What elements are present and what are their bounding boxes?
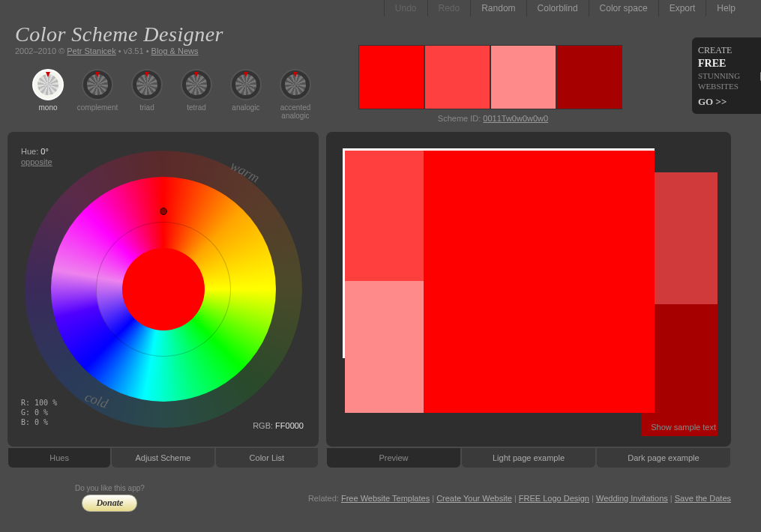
scheme-id: Scheme ID: 0011Tw0w0w0w0 — [358, 114, 628, 123]
menu-redo[interactable]: Redo — [427, 0, 471, 16]
donate-question: Do you like this app? — [75, 484, 145, 492]
scheme-swatches — [358, 45, 628, 109]
swatch-2[interactable] — [490, 45, 556, 109]
link-wedding[interactable]: Wedding Invitations — [596, 494, 668, 503]
related-links: Related: Free Website Templates | Create… — [308, 494, 731, 503]
preview-tile-a — [345, 151, 424, 281]
author-link[interactable]: Petr Stanicek — [67, 46, 115, 55]
tab-dark-example[interactable]: Dark page example — [597, 448, 730, 468]
cold-label: cold — [82, 389, 109, 411]
tab-adjust-scheme[interactable]: Adjust Scheme — [112, 448, 214, 468]
tab-hues[interactable]: Hues — [8, 448, 110, 468]
tab-color-list[interactable]: Color List — [216, 448, 318, 468]
link-create-website[interactable]: Create Your Website — [436, 494, 512, 503]
preview-light-block — [343, 148, 655, 358]
color-wheel-panel: Hue: 0° opposite warm cold R: 100 % G: 0… — [7, 132, 319, 447]
scheme-complement[interactable]: complement — [79, 69, 115, 120]
tab-light-example[interactable]: Light page example — [462, 448, 595, 468]
menu-colorspace[interactable]: Color space — [589, 0, 658, 16]
show-sample-text-link[interactable]: Show sample text — [651, 423, 716, 432]
scheme-mono[interactable]: mono — [30, 69, 66, 120]
left-tabs: Hues Adjust Scheme Color List — [7, 448, 319, 468]
menu-colorblind[interactable]: Colorblind — [526, 0, 589, 16]
scheme-analogic[interactable]: analogic — [228, 69, 264, 120]
right-tabs: Preview Light page example Dark page exa… — [326, 448, 731, 468]
swatch-3[interactable] — [556, 45, 622, 109]
link-save-dates[interactable]: Save the Dates — [675, 494, 731, 503]
menu-random[interactable]: Random — [470, 0, 526, 16]
tab-preview[interactable]: Preview — [327, 448, 460, 468]
top-menu: Undo Redo Random Colorblind Color space … — [0, 0, 761, 16]
scheme-triad[interactable]: triad — [129, 69, 165, 120]
link-free-templates[interactable]: Free Website Templates — [341, 494, 430, 503]
menu-undo[interactable]: Undo — [384, 0, 427, 16]
swatch-1[interactable] — [424, 45, 490, 109]
scheme-id-link[interactable]: 0011Tw0w0w0w0 — [483, 114, 548, 123]
wheel-hue-marker[interactable] — [160, 208, 167, 215]
link-logo-design[interactable]: FREE Logo Design — [519, 494, 589, 503]
donate-button[interactable]: Donate — [82, 495, 137, 512]
preview-tile-b — [424, 151, 655, 413]
swatch-0[interactable] — [358, 45, 424, 109]
preview-tile-c — [345, 281, 424, 413]
blog-link[interactable]: Blog & News — [151, 46, 199, 55]
scheme-type-selector: mono complement triad tetrad analogic ac… — [30, 69, 315, 120]
promo-banner[interactable]: CREATE FREE STUNNING WEBSITES GO >> — [692, 37, 761, 114]
menu-export[interactable]: Export — [658, 0, 706, 16]
preview-panel: Show sample text — [326, 132, 731, 447]
app-subtitle: 2002–2010 © Petr Stanicek • v3.51 • Blog… — [15, 46, 315, 55]
warm-label: warm — [228, 158, 262, 187]
scheme-accented-analogic[interactable]: accented analogic — [277, 69, 313, 120]
menu-help[interactable]: Help — [706, 0, 746, 16]
scheme-tetrad[interactable]: tetrad — [178, 69, 214, 120]
app-title: Color Scheme Designer — [15, 22, 315, 46]
rgb-hex-readout: RGB: FF0000 — [253, 421, 304, 430]
wheel-center-swatch — [122, 248, 205, 330]
color-wheel[interactable]: warm cold — [25, 151, 302, 428]
rgb-percent-readout: R: 100 % G: 0 % B: 0 % — [21, 398, 57, 427]
